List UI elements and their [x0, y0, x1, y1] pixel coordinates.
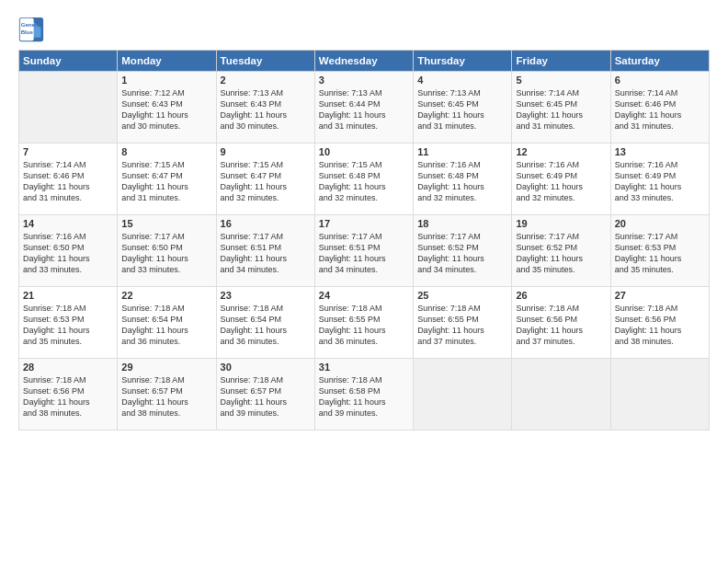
cell-text: Sunrise: 7:16 AM Sunset: 6:50 PM Dayligh… [23, 231, 113, 276]
calendar-cell: 11Sunrise: 7:16 AM Sunset: 6:48 PM Dayli… [414, 144, 512, 215]
cell-text: Sunrise: 7:18 AM Sunset: 6:54 PM Dayligh… [221, 303, 311, 348]
cell-text: Sunrise: 7:18 AM Sunset: 6:55 PM Dayligh… [319, 303, 409, 348]
day-number: 10 [319, 146, 409, 157]
cell-text: Sunrise: 7:13 AM Sunset: 6:44 PM Dayligh… [319, 87, 409, 132]
calendar-cell: 4Sunrise: 7:13 AM Sunset: 6:45 PM Daylig… [414, 72, 512, 144]
day-number: 20 [615, 218, 705, 229]
weekday-header-tuesday: Tuesday [216, 51, 314, 72]
day-number: 16 [221, 218, 311, 229]
calendar-cell: 28Sunrise: 7:18 AM Sunset: 6:56 PM Dayli… [19, 359, 118, 431]
week-row-5: 28Sunrise: 7:18 AM Sunset: 6:56 PM Dayli… [19, 359, 710, 431]
weekday-header-wednesday: Wednesday [314, 51, 413, 72]
calendar-cell: 5Sunrise: 7:14 AM Sunset: 6:45 PM Daylig… [512, 72, 610, 144]
calendar-cell: 22Sunrise: 7:18 AM Sunset: 6:54 PM Dayli… [118, 287, 216, 359]
cell-text: Sunrise: 7:13 AM Sunset: 6:43 PM Dayligh… [221, 87, 311, 132]
week-row-2: 7Sunrise: 7:14 AM Sunset: 6:46 PM Daylig… [19, 144, 710, 215]
day-number: 15 [121, 218, 211, 229]
calendar-cell: 15Sunrise: 7:17 AM Sunset: 6:50 PM Dayli… [118, 215, 216, 287]
calendar-cell: 13Sunrise: 7:16 AM Sunset: 6:49 PM Dayli… [610, 144, 709, 215]
calendar-cell: 9Sunrise: 7:15 AM Sunset: 6:47 PM Daylig… [216, 144, 314, 215]
weekday-header-thursday: Thursday [414, 51, 512, 72]
day-number: 18 [417, 218, 507, 229]
cell-text: Sunrise: 7:16 AM Sunset: 6:49 PM Dayligh… [615, 159, 705, 204]
calendar-cell: 26Sunrise: 7:18 AM Sunset: 6:56 PM Dayli… [512, 287, 610, 359]
day-number: 27 [615, 290, 705, 301]
calendar-cell [414, 359, 512, 431]
calendar-cell: 8Sunrise: 7:15 AM Sunset: 6:47 PM Daylig… [118, 144, 216, 215]
day-number: 6 [615, 75, 705, 86]
day-number: 12 [516, 146, 606, 157]
cell-text: Sunrise: 7:15 AM Sunset: 6:47 PM Dayligh… [121, 159, 211, 204]
cell-text: Sunrise: 7:15 AM Sunset: 6:47 PM Dayligh… [221, 159, 311, 204]
week-row-1: 1Sunrise: 7:12 AM Sunset: 6:43 PM Daylig… [19, 72, 710, 144]
day-number: 8 [121, 146, 211, 157]
page: General Blue SundayMondayTuesdayWednesda… [0, 0, 728, 563]
calendar-table: SundayMondayTuesdayWednesdayThursdayFrid… [18, 50, 710, 431]
logo: General Blue [18, 17, 44, 42]
week-row-4: 21Sunrise: 7:18 AM Sunset: 6:53 PM Dayli… [19, 287, 710, 359]
cell-text: Sunrise: 7:18 AM Sunset: 6:56 PM Dayligh… [615, 303, 705, 348]
day-number: 7 [23, 146, 113, 157]
svg-text:General: General [21, 21, 42, 28]
calendar-cell: 19Sunrise: 7:17 AM Sunset: 6:52 PM Dayli… [512, 215, 610, 287]
day-number: 28 [23, 362, 113, 373]
calendar-cell: 3Sunrise: 7:13 AM Sunset: 6:44 PM Daylig… [314, 72, 413, 144]
cell-text: Sunrise: 7:12 AM Sunset: 6:43 PM Dayligh… [121, 87, 211, 132]
cell-text: Sunrise: 7:18 AM Sunset: 6:57 PM Dayligh… [221, 374, 311, 419]
cell-text: Sunrise: 7:18 AM Sunset: 6:58 PM Dayligh… [319, 374, 409, 419]
calendar-cell: 2Sunrise: 7:13 AM Sunset: 6:43 PM Daylig… [216, 72, 314, 144]
day-number: 5 [516, 75, 606, 86]
logo-icon: General Blue [18, 17, 44, 42]
header: General Blue [18, 17, 710, 42]
calendar-cell: 31Sunrise: 7:18 AM Sunset: 6:58 PM Dayli… [314, 359, 413, 431]
day-number: 25 [417, 290, 507, 301]
day-number: 23 [221, 290, 311, 301]
calendar-cell: 1Sunrise: 7:12 AM Sunset: 6:43 PM Daylig… [118, 72, 216, 144]
calendar-cell: 27Sunrise: 7:18 AM Sunset: 6:56 PM Dayli… [610, 287, 709, 359]
calendar-cell: 25Sunrise: 7:18 AM Sunset: 6:55 PM Dayli… [414, 287, 512, 359]
calendar-cell: 21Sunrise: 7:18 AM Sunset: 6:53 PM Dayli… [19, 287, 118, 359]
calendar-cell: 20Sunrise: 7:17 AM Sunset: 6:53 PM Dayli… [610, 215, 709, 287]
day-number: 11 [417, 146, 507, 157]
calendar-cell [610, 359, 709, 431]
weekday-header-sunday: Sunday [19, 51, 118, 72]
calendar-cell: 7Sunrise: 7:14 AM Sunset: 6:46 PM Daylig… [19, 144, 118, 215]
calendar-cell: 29Sunrise: 7:18 AM Sunset: 6:57 PM Dayli… [118, 359, 216, 431]
day-number: 31 [319, 362, 409, 373]
day-number: 9 [221, 146, 311, 157]
calendar-cell: 10Sunrise: 7:15 AM Sunset: 6:48 PM Dayli… [314, 144, 413, 215]
day-number: 4 [417, 75, 507, 86]
day-number: 13 [615, 146, 705, 157]
calendar-cell: 12Sunrise: 7:16 AM Sunset: 6:49 PM Dayli… [512, 144, 610, 215]
weekday-header-saturday: Saturday [610, 51, 709, 72]
weekday-header-monday: Monday [118, 51, 216, 72]
cell-text: Sunrise: 7:18 AM Sunset: 6:56 PM Dayligh… [516, 303, 606, 348]
cell-text: Sunrise: 7:18 AM Sunset: 6:56 PM Dayligh… [23, 374, 113, 419]
day-number: 14 [23, 218, 113, 229]
calendar-cell: 14Sunrise: 7:16 AM Sunset: 6:50 PM Dayli… [19, 215, 118, 287]
day-number: 24 [319, 290, 409, 301]
day-number: 3 [319, 75, 409, 86]
day-number: 2 [221, 75, 311, 86]
day-number: 17 [319, 218, 409, 229]
calendar-cell [19, 72, 118, 144]
calendar-cell: 24Sunrise: 7:18 AM Sunset: 6:55 PM Dayli… [314, 287, 413, 359]
calendar-cell: 16Sunrise: 7:17 AM Sunset: 6:51 PM Dayli… [216, 215, 314, 287]
cell-text: Sunrise: 7:16 AM Sunset: 6:49 PM Dayligh… [516, 159, 606, 204]
calendar-cell: 18Sunrise: 7:17 AM Sunset: 6:52 PM Dayli… [414, 215, 512, 287]
cell-text: Sunrise: 7:18 AM Sunset: 6:53 PM Dayligh… [23, 303, 113, 348]
cell-text: Sunrise: 7:17 AM Sunset: 6:53 PM Dayligh… [615, 231, 705, 276]
cell-text: Sunrise: 7:15 AM Sunset: 6:48 PM Dayligh… [319, 159, 409, 204]
day-number: 21 [23, 290, 113, 301]
cell-text: Sunrise: 7:18 AM Sunset: 6:57 PM Dayligh… [121, 374, 211, 419]
day-number: 22 [121, 290, 211, 301]
cell-text: Sunrise: 7:13 AM Sunset: 6:45 PM Dayligh… [417, 87, 507, 132]
calendar-cell: 30Sunrise: 7:18 AM Sunset: 6:57 PM Dayli… [216, 359, 314, 431]
calendar-cell: 17Sunrise: 7:17 AM Sunset: 6:51 PM Dayli… [314, 215, 413, 287]
cell-text: Sunrise: 7:14 AM Sunset: 6:45 PM Dayligh… [516, 87, 606, 132]
cell-text: Sunrise: 7:17 AM Sunset: 6:51 PM Dayligh… [319, 231, 409, 276]
day-number: 19 [516, 218, 606, 229]
day-number: 30 [221, 362, 311, 373]
svg-text:Blue: Blue [21, 29, 34, 35]
day-number: 1 [121, 75, 211, 86]
